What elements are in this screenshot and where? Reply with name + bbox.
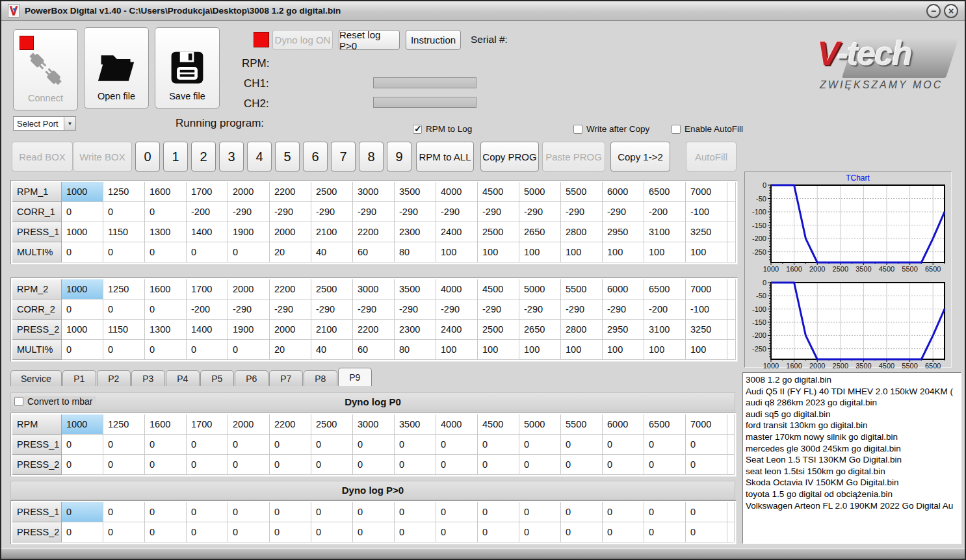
grid-cell[interactable] bbox=[727, 222, 736, 242]
reset-log-button[interactable]: Reset log P>0 bbox=[339, 30, 400, 50]
grid-cell[interactable]: -290 bbox=[519, 299, 561, 320]
grid-cell[interactable]: 100 bbox=[478, 242, 519, 262]
grid-cell[interactable]: 0 bbox=[228, 502, 270, 522]
grid-cell[interactable]: 100 bbox=[519, 242, 561, 262]
tab-p3[interactable]: P3 bbox=[131, 370, 165, 386]
grid-cell[interactable]: 5500 bbox=[561, 414, 603, 435]
grid-cell[interactable]: 0 bbox=[103, 340, 145, 360]
file-list-item[interactable]: mercedes gle 300d 245km go digital.bin bbox=[746, 443, 961, 455]
grid-cell[interactable]: 0 bbox=[228, 435, 270, 455]
grid-cell[interactable]: 0 bbox=[561, 455, 603, 475]
grid-cell[interactable]: 6000 bbox=[603, 414, 644, 435]
grid-cell[interactable]: 0 bbox=[311, 502, 353, 522]
grid-cell[interactable]: 0 bbox=[103, 242, 145, 262]
grid-cell[interactable]: 5500 bbox=[561, 182, 603, 202]
paste-prog-button[interactable]: Paste PROG bbox=[542, 142, 605, 172]
grid-cell[interactable]: 0 bbox=[519, 455, 561, 475]
grid-cell[interactable]: 1000 bbox=[62, 182, 103, 202]
grid-cell[interactable]: 0 bbox=[478, 455, 519, 475]
grid-cell[interactable]: 0 bbox=[270, 502, 311, 522]
grid-cell[interactable]: 1150 bbox=[103, 320, 145, 340]
grid-cell[interactable]: 0 bbox=[519, 435, 561, 455]
grid-cell[interactable]: 0 bbox=[603, 455, 644, 475]
grid-cell[interactable]: 0 bbox=[686, 522, 727, 542]
instruction-button[interactable]: Instruction bbox=[406, 30, 461, 50]
grid-cell[interactable]: 1250 bbox=[103, 414, 145, 435]
grid-cell[interactable]: 0 bbox=[103, 502, 145, 522]
grid-cell[interactable]: 0 bbox=[353, 502, 395, 522]
grid-cell[interactable]: 20 bbox=[270, 242, 311, 262]
grid-cell[interactable]: 0 bbox=[62, 522, 103, 542]
grid-cell[interactable]: 0 bbox=[62, 502, 103, 522]
grid-cell[interactable]: 2500 bbox=[478, 320, 519, 340]
grid-cell[interactable]: 100 bbox=[436, 242, 478, 262]
grid-cell[interactable]: 7000 bbox=[686, 182, 727, 202]
file-list-item[interactable]: master 170km nowy silnik go digital.bin bbox=[746, 431, 961, 443]
grid-cell[interactable]: 2500 bbox=[478, 222, 519, 242]
tab-p9[interactable]: P9 bbox=[338, 368, 372, 386]
grid-cell[interactable]: 4500 bbox=[478, 414, 519, 435]
grid-cell[interactable]: 0 bbox=[270, 435, 311, 455]
grid-cell[interactable]: -290 bbox=[395, 299, 436, 320]
grid-cell[interactable]: 0 bbox=[644, 455, 686, 475]
grid-cell[interactable] bbox=[727, 182, 736, 202]
grid-cell[interactable]: 0 bbox=[228, 455, 270, 475]
dyno-log-on-button[interactable]: Dyno log ON bbox=[272, 30, 333, 50]
select-port-dropdown[interactable]: Select Port ▼ bbox=[13, 116, 76, 131]
grid-cell[interactable] bbox=[727, 340, 736, 360]
grid-cell[interactable]: 2000 bbox=[270, 222, 311, 242]
grid-cell[interactable]: 0 bbox=[62, 242, 103, 262]
grid-cell[interactable]: 0 bbox=[145, 340, 187, 360]
grid-cell[interactable]: -100 bbox=[686, 202, 727, 222]
grid-cell[interactable]: 2500 bbox=[311, 279, 353, 299]
grid-cell[interactable]: 0 bbox=[145, 455, 187, 475]
grid-cell[interactable]: 0 bbox=[62, 202, 103, 222]
grid-cell[interactable]: 3000 bbox=[353, 279, 395, 299]
open-file-button[interactable]: Open file bbox=[84, 27, 149, 108]
grid-cell[interactable]: 1600 bbox=[145, 279, 187, 299]
grid-cell[interactable]: -290 bbox=[228, 299, 270, 320]
grid-cell[interactable] bbox=[727, 435, 735, 455]
grid-cell[interactable]: 0 bbox=[644, 502, 686, 522]
grid-cell[interactable]: -290 bbox=[478, 299, 519, 320]
grid-cell[interactable]: 5000 bbox=[519, 414, 561, 435]
connect-button[interactable]: Connect bbox=[13, 29, 78, 110]
grid-cell[interactable]: 0 bbox=[62, 435, 103, 455]
grid-cell[interactable] bbox=[727, 414, 735, 435]
grid-cell[interactable] bbox=[727, 299, 736, 320]
grid-cell[interactable] bbox=[727, 502, 735, 522]
grid-cell[interactable]: 6500 bbox=[644, 279, 686, 299]
grid-cell[interactable]: 2200 bbox=[353, 320, 395, 340]
grid-cell[interactable]: 0 bbox=[145, 435, 187, 455]
grid-cell[interactable]: 80 bbox=[395, 340, 436, 360]
grid-cell[interactable]: 2650 bbox=[519, 222, 561, 242]
grid-cell[interactable]: 100 bbox=[478, 340, 519, 360]
grid-cell[interactable]: 2200 bbox=[270, 182, 311, 202]
program-9-button[interactable]: 9 bbox=[387, 142, 411, 172]
grid-cell[interactable]: 0 bbox=[187, 522, 228, 542]
grid-cell[interactable]: 100 bbox=[686, 242, 727, 262]
close-button[interactable]: × bbox=[944, 4, 958, 18]
file-list-item[interactable]: Seat Leon 1.5 TSI 130KM Go Digital.bin bbox=[746, 454, 961, 466]
grid-cell[interactable]: 2000 bbox=[228, 414, 270, 435]
grid-cell[interactable] bbox=[727, 202, 736, 222]
save-file-button[interactable]: Save file bbox=[155, 27, 220, 108]
grid-cell[interactable]: 3100 bbox=[644, 320, 686, 340]
grid-cell[interactable]: 100 bbox=[644, 340, 686, 360]
grid-cell[interactable]: 0 bbox=[436, 455, 478, 475]
file-list-item[interactable]: toyota 1.5 go digital od obciążenia.bin bbox=[746, 489, 961, 500]
grid-cell[interactable]: 3000 bbox=[353, 414, 395, 435]
grid-cell[interactable]: 2800 bbox=[561, 320, 603, 340]
grid-cell[interactable]: 3500 bbox=[395, 414, 436, 435]
grid-cell[interactable]: 0 bbox=[103, 299, 145, 320]
grid-cell[interactable]: 3000 bbox=[353, 182, 395, 202]
enable-autofill-checkbox[interactable]: Enable AutoFill bbox=[672, 124, 743, 134]
grid-cell[interactable]: 100 bbox=[436, 340, 478, 360]
grid-cell[interactable]: 1250 bbox=[103, 279, 145, 299]
grid-cell[interactable]: -290 bbox=[519, 202, 561, 222]
grid-cell[interactable]: -290 bbox=[395, 202, 436, 222]
grid-cell[interactable]: 0 bbox=[478, 502, 519, 522]
grid-cell[interactable]: 0 bbox=[145, 299, 187, 320]
grid-cell[interactable]: 2200 bbox=[270, 414, 311, 435]
grid-cell[interactable]: 100 bbox=[519, 340, 561, 360]
